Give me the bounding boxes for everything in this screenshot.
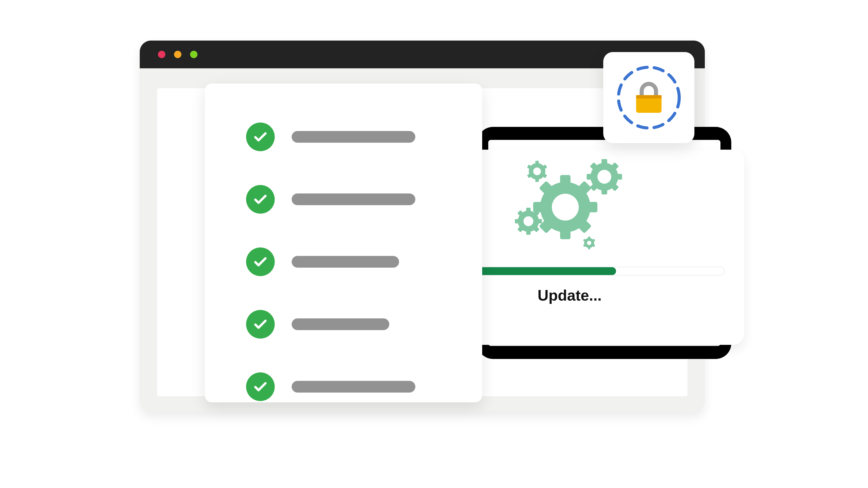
window-minimize-button[interactable] (174, 51, 181, 58)
svg-point-20 (533, 167, 541, 175)
checkmark-icon (246, 123, 275, 151)
svg-point-2 (552, 194, 579, 221)
checklist-item-text-placeholder (292, 193, 415, 205)
window-close-button[interactable] (158, 51, 165, 58)
dashed-ring-icon (616, 65, 681, 130)
checklist-item-text-placeholder (292, 318, 389, 330)
svg-point-12 (597, 170, 611, 184)
checklist-item (246, 123, 445, 151)
security-lock-badge (603, 52, 694, 143)
checkmark-icon (246, 372, 275, 401)
checkmark-icon (246, 310, 275, 338)
checklist-item-text-placeholder (292, 131, 415, 143)
checklist-item (246, 372, 445, 401)
checkmark-icon (246, 185, 275, 214)
svg-point-39 (618, 67, 679, 128)
checklist-item (246, 248, 445, 276)
checklist-card (205, 84, 482, 402)
window-maximize-button[interactable] (190, 51, 197, 58)
checkmark-icon (246, 248, 275, 276)
checklist-item (246, 185, 445, 214)
checklist-item-text-placeholder (292, 381, 415, 393)
checklist-item (246, 310, 445, 338)
svg-point-38 (587, 241, 591, 245)
svg-point-30 (523, 216, 533, 226)
checklist-item-text-placeholder (292, 256, 399, 268)
